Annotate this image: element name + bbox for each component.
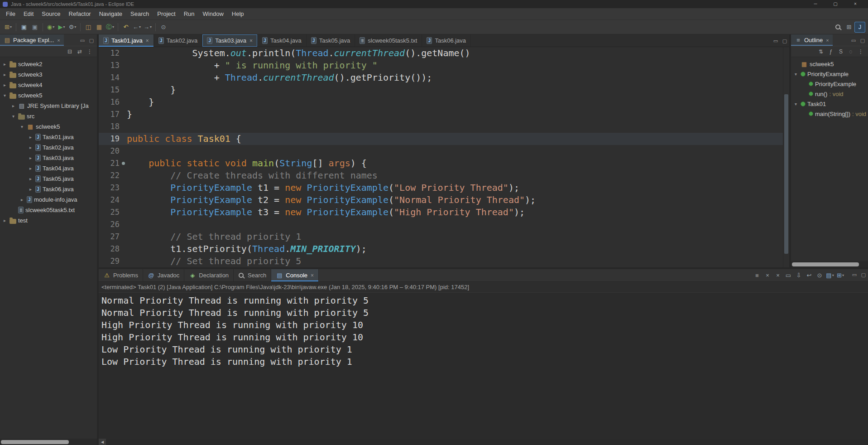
outline-item-sclweek5[interactable]: ▦sclweek5 — [791, 59, 868, 69]
maximize-package-explorer-button[interactable]: ▢ — [87, 35, 96, 46]
expand-arrow-icon[interactable]: ▾ — [793, 102, 799, 106]
line-number[interactable]: 21 — [101, 157, 120, 169]
hide-static-members-button[interactable]: S — [836, 47, 845, 56]
maximize-editor-button[interactable]: ▢ — [780, 34, 789, 47]
line-number[interactable]: 16 — [101, 96, 120, 108]
close-outline-icon[interactable]: × — [826, 38, 829, 43]
close-package-explorer-icon[interactable]: × — [57, 38, 60, 43]
minimize-outline-button[interactable]: ▭ — [849, 35, 858, 46]
explorer-item-task01.java[interactable]: ▸JTask01.java — [0, 132, 97, 142]
last-edit-location-button[interactable]: ↶ — [120, 22, 131, 33]
outline-item-priorityexample[interactable]: PriorityExample — [791, 79, 868, 89]
line-number[interactable]: 12 — [101, 47, 120, 59]
new-package-button[interactable]: ▦ — [94, 22, 105, 33]
line-number[interactable]: 26 — [101, 218, 120, 231]
console-output[interactable]: Normal Priority Thread is running with p… — [99, 293, 868, 439]
explorer-item-test[interactable]: ▸test — [0, 215, 97, 226]
code-line-22[interactable]: 22 // Create threads with different name… — [99, 169, 783, 182]
hscrollbar-thumb[interactable] — [792, 262, 859, 266]
editor-tab-task04.java[interactable]: JTask04.java — [258, 34, 307, 47]
line-number[interactable]: 29 — [101, 255, 120, 267]
line-number[interactable]: 18 — [101, 121, 120, 133]
expand-arrow-icon[interactable]: ▸ — [2, 82, 8, 87]
outline-item-main(string[])[interactable]: main(String[]) : void — [791, 109, 868, 119]
package-explorer-hscrollbar[interactable] — [0, 439, 97, 445]
pin-editor-button[interactable]: ⊙ — [158, 22, 169, 33]
remove-all-terminated-button[interactable]: × — [773, 271, 783, 281]
search-button[interactable] — [833, 22, 844, 33]
link-with-editor-button[interactable]: ⇄ — [75, 47, 84, 56]
explorer-item-jre-system-library-[ja[interactable]: ▸▤JRE System Library [Ja — [0, 101, 97, 111]
explorer-item-sclweek5[interactable]: ▾sclweek5 — [0, 90, 97, 101]
expand-arrow-icon[interactable]: ▸ — [28, 145, 34, 150]
expand-arrow-icon[interactable]: ▸ — [28, 187, 34, 192]
code-line-15[interactable]: 15 } — [99, 84, 783, 96]
code-line-24[interactable]: 24 PriorityExample t2 = new PriorityExam… — [99, 194, 783, 206]
explorer-item-task04.java[interactable]: ▸JTask04.java — [0, 163, 97, 174]
minimize-package-explorer-button[interactable]: ▭ — [78, 35, 87, 46]
editor-tab-task02.java[interactable]: JTask02.java — [154, 34, 203, 47]
expand-arrow-icon[interactable]: ▸ — [2, 72, 8, 77]
scroll-lock-button[interactable]: ⇩ — [794, 271, 804, 281]
menu-search[interactable]: Search — [126, 8, 153, 20]
explorer-item-sclweek5[interactable]: ▾▦sclweek5 — [0, 121, 97, 132]
hide-fields-button[interactable]: ƒ — [826, 47, 835, 56]
line-number[interactable]: 17 — [101, 108, 120, 121]
expand-arrow-icon[interactable]: ▾ — [793, 72, 799, 77]
line-number[interactable]: 24 — [101, 194, 120, 206]
external-tools-button[interactable]: ⚙▾ — [67, 22, 78, 33]
explorer-item-sclweek2[interactable]: ▸sclweek2 — [0, 59, 97, 69]
menu-source[interactable]: Source — [38, 8, 64, 20]
view-menu-button[interactable]: ⋮ — [85, 47, 94, 56]
expand-arrow-icon[interactable]: ▾ — [10, 114, 16, 119]
close-tab-icon[interactable]: × — [249, 38, 253, 44]
code-line-23[interactable]: 23 PriorityExample t1 = new PriorityExam… — [99, 182, 783, 194]
line-number[interactable]: 13 — [101, 59, 120, 72]
code-line-13[interactable]: 13 + " is running with priority " — [99, 59, 783, 72]
code-line-18[interactable]: 18 — [99, 121, 783, 133]
hscrollbar-thumb[interactable] — [1, 440, 69, 444]
forward-button[interactable]: →▾ — [142, 22, 153, 33]
editor-tab-slcweek05task5.txt[interactable]: ≡slcweek05task5.txt — [355, 34, 422, 47]
minimize-editor-button[interactable]: ▭ — [771, 34, 780, 47]
open-console-button[interactable]: ⊞▾ — [835, 271, 845, 281]
run-button[interactable]: ▶▾ — [56, 22, 67, 33]
view-menu-button[interactable]: ⋮ — [856, 47, 865, 56]
back-button[interactable]: ←▾ — [131, 22, 142, 33]
outline-item-priorityexample[interactable]: ▾PriorityExample — [791, 69, 868, 79]
minimize-console-button[interactable]: ▭ — [850, 269, 859, 281]
code-area[interactable]: 12 System.out.println(Thread.currentThre… — [99, 47, 783, 267]
line-number[interactable]: 14 — [101, 72, 120, 84]
vscrollbar-thumb[interactable] — [784, 94, 788, 254]
remove-launch-button[interactable]: × — [762, 271, 772, 281]
code-line-19[interactable]: 19public class Task01 { — [99, 133, 783, 145]
expand-arrow-icon[interactable]: ▸ — [28, 176, 34, 181]
code-line-14[interactable]: 14 + Thread.currentThread().getPriority(… — [99, 72, 783, 84]
explorer-item-task03.java[interactable]: ▸JTask03.java — [0, 153, 97, 163]
outline-hscrollbar[interactable] — [791, 261, 868, 267]
code-line-20[interactable]: 20 — [99, 145, 783, 157]
line-number[interactable]: 19 — [101, 133, 120, 145]
menu-refactor[interactable]: Refactor — [65, 8, 95, 20]
new-wizard-button[interactable]: ⊞▾ — [3, 22, 14, 33]
menu-edit[interactable]: Edit — [19, 8, 38, 20]
menu-project[interactable]: Project — [153, 8, 179, 20]
expand-arrow-icon[interactable]: ▸ — [2, 218, 8, 223]
console-tab-console[interactable]: ▤Console× — [271, 269, 319, 281]
new-java-project-button[interactable]: ◫ — [83, 22, 94, 33]
expand-arrow-icon[interactable]: ▸ — [28, 155, 34, 160]
menu-window[interactable]: Window — [199, 8, 228, 20]
hide-non-public-members-button[interactable]: ◌ — [846, 47, 855, 56]
java-perspective-button[interactable]: J — [854, 22, 865, 33]
code-line-26[interactable]: 26 — [99, 218, 783, 231]
code-line-16[interactable]: 16 } — [99, 96, 783, 108]
explorer-item-slcweek05task5.txt[interactable]: ≡slcweek05task5.txt — [0, 205, 97, 215]
explorer-item-sclweek4[interactable]: ▸sclweek4 — [0, 80, 97, 90]
word-wrap-button[interactable]: ↩ — [804, 271, 814, 281]
maximize-outline-button[interactable]: ▢ — [858, 35, 867, 46]
line-number[interactable]: 27 — [101, 231, 120, 243]
expand-arrow-icon[interactable]: ▸ — [28, 166, 34, 171]
explorer-item-module-info.java[interactable]: ▸Jmodule-info.java — [0, 194, 97, 205]
console-scroll-left-button[interactable]: ◀ — [99, 439, 106, 445]
terminate-button[interactable]: ■ — [752, 271, 762, 281]
